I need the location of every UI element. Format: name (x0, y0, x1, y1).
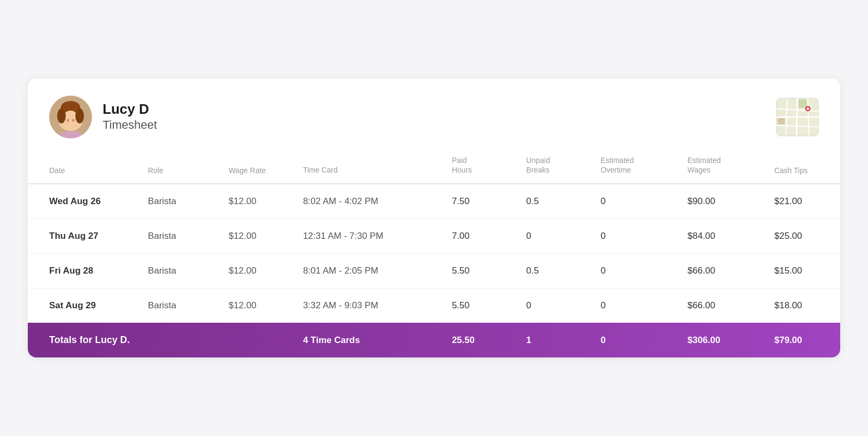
cell-timecard-2: 8:01 AM - 2:05 PM (294, 254, 443, 289)
totals-unpaid-breaks: 1 (518, 323, 592, 357)
totals-time-cards: 4 Time Cards (294, 323, 443, 357)
header-left: Lucy D Timesheet (49, 96, 157, 138)
col-header-role: Role (140, 149, 220, 184)
timesheet-table: Date Role Wage Rate Time Card PaidHours … (28, 149, 840, 357)
cell-paid-2: 5.50 (443, 254, 517, 289)
cell-wages-0: $90.00 (679, 184, 765, 219)
cell-wages-1: $84.00 (679, 219, 765, 254)
cell-date-0: Wed Aug 26 (28, 184, 140, 219)
cell-tips-0: $21.00 (766, 184, 840, 219)
cell-unpaid-0: 0.5 (518, 184, 592, 219)
totals-row: Totals for Lucy D. 4 Time Cards 25.50 1 … (28, 323, 840, 357)
table-row: Fri Aug 28 Barista $12.00 8:01 AM - 2:05… (28, 254, 840, 289)
avatar (49, 96, 92, 138)
svg-point-6 (75, 108, 84, 123)
header-text: Lucy D Timesheet (103, 101, 157, 133)
col-header-estimated-overtime: EstimatedOvertime (592, 149, 679, 184)
cell-role-0: Barista (140, 184, 220, 219)
col-header-estimated-wages: EstimatedWages (679, 149, 765, 184)
cell-role-2: Barista (140, 254, 220, 289)
cell-wage-2: $12.00 (220, 254, 294, 289)
employee-name: Lucy D (103, 101, 157, 118)
cell-date-1: Thu Aug 27 (28, 219, 140, 254)
col-header-date: Date (28, 149, 140, 184)
cell-tips-3: $18.00 (766, 289, 840, 323)
svg-rect-18 (799, 99, 807, 108)
totals-role (140, 323, 220, 357)
col-header-unpaid-breaks: UnpaidBreaks (518, 149, 592, 184)
cell-wage-1: $12.00 (220, 219, 294, 254)
totals-estimated-wages: $306.00 (679, 323, 765, 357)
cell-role-3: Barista (140, 289, 220, 323)
cell-timecard-1: 12:31 AM - 7:30 PM (294, 219, 443, 254)
col-header-timecard: Time Card (294, 149, 443, 184)
cell-date-2: Fri Aug 28 (28, 254, 140, 289)
cell-paid-3: 5.50 (443, 289, 517, 323)
cell-role-1: Barista (140, 219, 220, 254)
table-row: Sat Aug 29 Barista $12.00 3:32 AM - 9:03… (28, 289, 840, 323)
cell-unpaid-2: 0.5 (518, 254, 592, 289)
svg-point-9 (72, 119, 74, 121)
totals-paid-hours: 25.50 (443, 323, 517, 357)
cell-paid-0: 7.50 (443, 184, 517, 219)
cell-overtime-0: 0 (592, 184, 679, 219)
svg-point-21 (807, 107, 809, 110)
svg-point-8 (67, 119, 69, 121)
svg-line-15 (796, 98, 797, 136)
table-row: Thu Aug 27 Barista $12.00 12:31 AM - 7:3… (28, 219, 840, 254)
cell-unpaid-3: 0 (518, 289, 592, 323)
totals-label: Totals for Lucy D. (28, 323, 140, 357)
cell-timecard-0: 8:02 AM - 4:02 PM (294, 184, 443, 219)
col-header-cash-tips: Cash Tips (766, 149, 840, 184)
cell-paid-1: 7.00 (443, 219, 517, 254)
cell-wages-3: $66.00 (679, 289, 765, 323)
totals-estimated-overtime: 0 (592, 323, 679, 357)
table-container: Date Role Wage Rate Time Card PaidHours … (28, 149, 840, 357)
table-row: Wed Aug 26 Barista $12.00 8:02 AM - 4:02… (28, 184, 840, 219)
cell-tips-1: $25.00 (766, 219, 840, 254)
totals-wage (220, 323, 294, 357)
cell-wage-0: $12.00 (220, 184, 294, 219)
header: Lucy D Timesheet (28, 79, 840, 149)
page-title: Timesheet (103, 118, 157, 133)
svg-rect-19 (778, 118, 785, 124)
cell-overtime-2: 0 (592, 254, 679, 289)
svg-point-5 (57, 108, 66, 123)
timesheet-card: Lucy D Timesheet (28, 79, 840, 357)
cell-date-3: Sat Aug 29 (28, 289, 140, 323)
col-header-wage: Wage Rate (220, 149, 294, 184)
totals-cash-tips: $79.00 (766, 323, 840, 357)
cell-wages-2: $66.00 (679, 254, 765, 289)
cell-timecard-3: 3:32 AM - 9:03 PM (294, 289, 443, 323)
cell-overtime-1: 0 (592, 219, 679, 254)
col-header-paid-hours: PaidHours (443, 149, 517, 184)
cell-overtime-3: 0 (592, 289, 679, 323)
table-header-row: Date Role Wage Rate Time Card PaidHours … (28, 149, 840, 184)
cell-unpaid-1: 0 (518, 219, 592, 254)
cell-wage-3: $12.00 (220, 289, 294, 323)
map-thumbnail[interactable] (776, 98, 819, 136)
cell-tips-2: $15.00 (766, 254, 840, 289)
